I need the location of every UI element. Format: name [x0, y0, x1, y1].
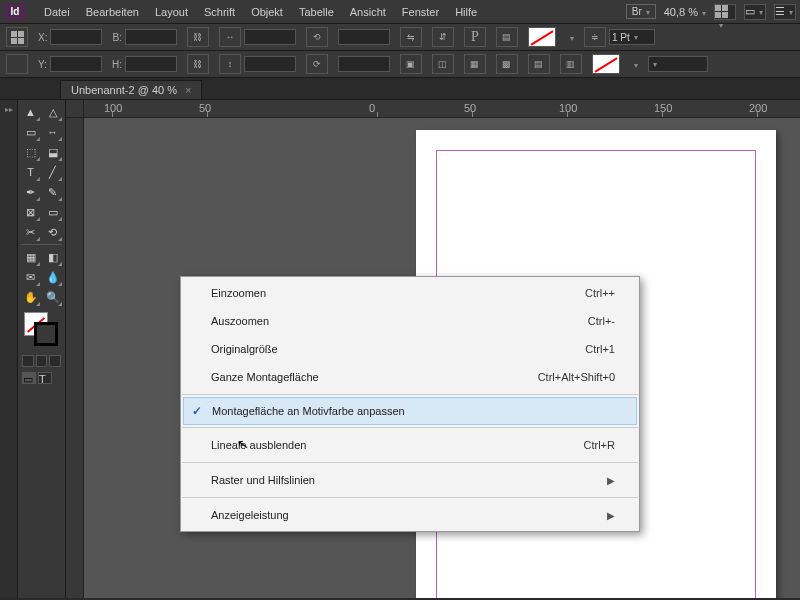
ctx-label: Originalgröße: [211, 343, 278, 355]
constrain2-icon[interactable]: ⛓: [187, 54, 209, 74]
arrange-icon[interactable]: ☰: [774, 4, 796, 20]
container-icon[interactable]: ▣: [400, 54, 422, 74]
ruler-vertical[interactable]: [66, 118, 84, 598]
zoom-level[interactable]: 40,8 %: [664, 6, 706, 18]
tool-direct-selection[interactable]: △: [42, 102, 63, 122]
rotate-field[interactable]: [338, 29, 390, 45]
tab-close-icon[interactable]: ×: [185, 84, 191, 96]
menu-schrift[interactable]: Schrift: [196, 2, 243, 22]
tool-transform[interactable]: ⟲: [42, 222, 63, 242]
document-tab[interactable]: Unbenannt-2 @ 40 % ×: [60, 80, 202, 99]
view-normal-icon[interactable]: ▭: [22, 372, 36, 384]
stroke-style-field[interactable]: [648, 56, 708, 72]
ctx-montagefl-che-an-motivfarbe-anpassen[interactable]: ✓Montagefläche an Motivfarbe anpassen: [183, 397, 637, 425]
ruler-tick-label: 100: [559, 102, 577, 114]
apply-color-icon[interactable]: [22, 355, 34, 367]
menu-fenster[interactable]: Fenster: [394, 2, 447, 22]
ctx-raster-und-hilfslinien[interactable]: Raster und Hilfslinien▶: [181, 466, 639, 494]
align-icon[interactable]: ▤: [496, 27, 518, 47]
flip-h-icon[interactable]: ⇋: [400, 27, 422, 47]
ctx-originalgr-e[interactable]: OriginalgrößeCtrl+1: [181, 335, 639, 363]
toolbox: ▲△▭↔⬚⬓T╱✒✎⊠▭✂⟲▦◧✉💧✋🔍 ▭ T: [18, 100, 66, 598]
rotate-cw-icon[interactable]: ⟳: [306, 54, 328, 74]
x-field[interactable]: [50, 29, 102, 45]
blank-btn[interactable]: [6, 54, 28, 74]
stroke-weight-field[interactable]: 1 Pt: [609, 29, 655, 45]
constrain-icon[interactable]: ⛓: [187, 27, 209, 47]
stroke-dropdown-icon[interactable]: [630, 58, 638, 70]
fill-stroke-swatch[interactable]: [22, 312, 61, 348]
y-field[interactable]: [50, 56, 102, 72]
tool-content-placer[interactable]: ⬓: [42, 142, 63, 162]
ctx-shortcut: Ctrl+-: [588, 315, 615, 327]
stroke-swatch-box[interactable]: [34, 322, 58, 346]
scale-x-icon[interactable]: ↔: [219, 27, 241, 47]
ruler-tick-label: 0: [369, 102, 375, 114]
tool-type[interactable]: T: [20, 162, 41, 182]
menu-layout[interactable]: Layout: [147, 2, 196, 22]
h-field[interactable]: [125, 56, 177, 72]
fit-4-icon[interactable]: ▥: [560, 54, 582, 74]
content-icon[interactable]: ◫: [432, 54, 454, 74]
ctx-label: Einzoomen: [211, 287, 266, 299]
stroke-swatch[interactable]: [592, 54, 620, 74]
control-bar-2: Y: H: ⛓ ↕ ⟳ ▣ ◫ ▦ ▩ ▤ ▥: [0, 51, 800, 78]
tool-rectangle-frame[interactable]: ⊠: [20, 202, 41, 222]
tool-eyedropper[interactable]: 💧: [42, 267, 63, 287]
ctx-auszoomen[interactable]: AuszoomenCtrl+-: [181, 307, 639, 335]
stroke-weight-stepper[interactable]: ≑: [584, 27, 606, 47]
fill-swatch[interactable]: [528, 27, 556, 47]
ref-point-icon[interactable]: [6, 27, 28, 47]
tool-gap[interactable]: ↔: [42, 122, 63, 142]
tool-hand[interactable]: ✋: [20, 287, 41, 307]
scale-x-field[interactable]: [244, 29, 296, 45]
ruler-horizontal[interactable]: 10050050100150200: [84, 100, 800, 118]
document-tabbar: Unbenannt-2 @ 40 % ×: [0, 78, 800, 100]
shear-field[interactable]: [338, 56, 390, 72]
screen-mode-icon[interactable]: ▭: [744, 4, 766, 20]
p-icon[interactable]: P: [464, 27, 486, 47]
tool-rectangle[interactable]: ▭: [42, 202, 63, 222]
tool-page[interactable]: ▭: [20, 122, 41, 142]
ctx-shortcut: Ctrl+1: [585, 343, 615, 355]
menu-datei[interactable]: Datei: [36, 2, 78, 22]
fill-dropdown-icon[interactable]: [566, 31, 574, 43]
tool-line[interactable]: ╱: [42, 162, 63, 182]
fit-1-icon[interactable]: ▦: [464, 54, 486, 74]
ctx-label: Anzeigeleistung: [211, 509, 289, 521]
ctx-ganze-montagefl-che[interactable]: Ganze MontageflächeCtrl+Alt+Shift+0: [181, 363, 639, 391]
tool-note[interactable]: ✉: [20, 267, 41, 287]
tool-zoom[interactable]: 🔍: [42, 287, 63, 307]
flip-v-icon[interactable]: ⇵: [432, 27, 454, 47]
scale-y-icon[interactable]: ↕: [219, 54, 241, 74]
menu-hilfe[interactable]: Hilfe: [447, 2, 485, 22]
menu-objekt[interactable]: Objekt: [243, 2, 291, 22]
ctx-label: Ganze Montagefläche: [211, 371, 319, 383]
tool-pencil[interactable]: ✎: [42, 182, 63, 202]
menu-bearbeiten[interactable]: Bearbeiten: [78, 2, 147, 22]
ctx-einzoomen[interactable]: EinzoomenCtrl++: [181, 279, 639, 307]
w-field[interactable]: [125, 29, 177, 45]
fit-2-icon[interactable]: ▩: [496, 54, 518, 74]
bridge-button[interactable]: Br: [626, 4, 656, 19]
rotate-ccw-icon[interactable]: ⟲: [306, 27, 328, 47]
tool-pen[interactable]: ✒: [20, 182, 41, 202]
tool-gradient-feather[interactable]: ◧: [42, 247, 63, 267]
ctx-label: Auszoomen: [211, 315, 269, 327]
apply-gradient-icon[interactable]: [36, 355, 48, 367]
ruler-origin[interactable]: [66, 100, 84, 118]
menu-tabelle[interactable]: Tabelle: [291, 2, 342, 22]
ctx-lineale-ausblenden[interactable]: Lineale ausblendenCtrl+R: [181, 431, 639, 459]
view-preview-icon[interactable]: T: [38, 372, 52, 384]
apply-none-icon[interactable]: [49, 355, 61, 367]
ctx-anzeigeleistung[interactable]: Anzeigeleistung▶: [181, 501, 639, 529]
tool-content-collector[interactable]: ⬚: [20, 142, 41, 162]
panel-collapse-strip[interactable]: ▸▸: [0, 100, 18, 598]
tool-gradient-swatch[interactable]: ▦: [20, 247, 41, 267]
view-options-icon[interactable]: [714, 4, 736, 20]
scale-y-field[interactable]: [244, 56, 296, 72]
tool-scissors[interactable]: ✂: [20, 222, 41, 242]
fit-3-icon[interactable]: ▤: [528, 54, 550, 74]
tool-selection[interactable]: ▲: [20, 102, 41, 122]
menu-ansicht[interactable]: Ansicht: [342, 2, 394, 22]
